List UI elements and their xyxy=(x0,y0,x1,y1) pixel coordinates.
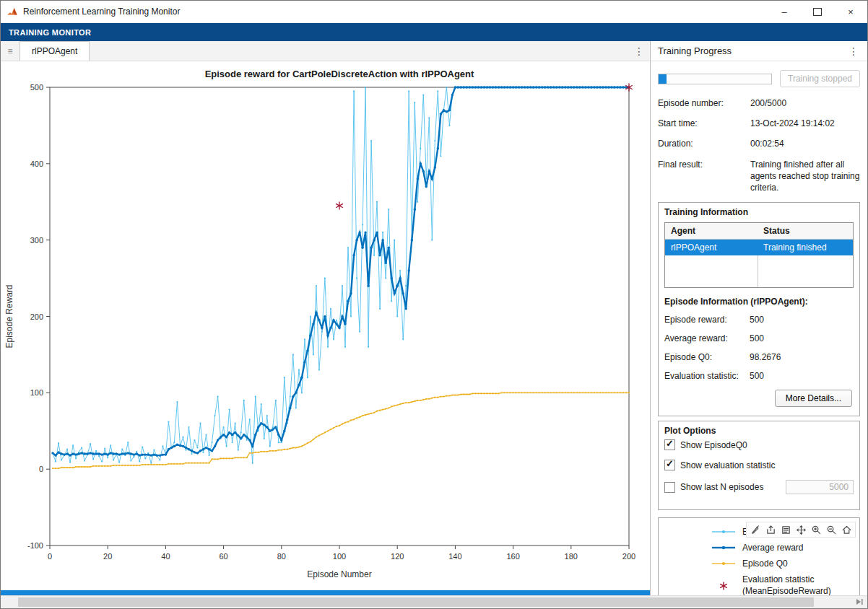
ribbon-tab-training-monitor[interactable]: TRAINING MONITOR xyxy=(9,28,91,37)
ep-value: 500 xyxy=(750,371,764,381)
tab-rlppoagent[interactable]: rlPPOAgent xyxy=(19,41,90,61)
active-tab-indicator xyxy=(1,590,650,595)
brush-icon[interactable] xyxy=(748,523,763,536)
panel-content: Training stopped Episode number: 200/500… xyxy=(651,61,867,595)
x-axis-label: Episode Number xyxy=(307,569,371,579)
evaluation-statistic-row: Evaluation statistic: 500 xyxy=(664,371,854,381)
evaluation-asterisk-icon xyxy=(711,580,737,592)
scroll-end-icon[interactable] xyxy=(855,598,864,605)
show-evaluation-statistic-option[interactable]: Show evaluation statistic xyxy=(664,460,854,470)
axes-toolbar xyxy=(746,522,856,538)
horizontal-scrollbar[interactable] xyxy=(1,595,867,608)
close-button[interactable]: × xyxy=(834,1,867,22)
svg-text:40: 40 xyxy=(161,552,170,561)
svg-text:400: 400 xyxy=(30,159,43,168)
document-tabstrip: ≡ rlPPOAgent ⋮ xyxy=(1,41,650,61)
tab-grip-icon[interactable]: ≡ xyxy=(1,41,19,61)
table-header-row: Agent Status xyxy=(665,223,853,240)
datatips-icon[interactable] xyxy=(778,523,793,536)
svg-text:0: 0 xyxy=(48,552,52,561)
restore-view-icon[interactable] xyxy=(839,523,854,536)
window-title: Reinforcement Learning Training Monitor xyxy=(23,6,180,17)
progress-row: Training stopped xyxy=(658,70,860,87)
svg-text:180: 180 xyxy=(565,552,578,561)
field-value: 13-Oct-2024 19:14:02 xyxy=(750,118,860,129)
training-stopped-button: Training stopped xyxy=(780,70,860,87)
scrollbar-thumb[interactable] xyxy=(18,597,814,607)
field-value: 00:02:54 xyxy=(750,138,860,149)
legend-item-episode-q0: Episode Q0 xyxy=(711,558,859,569)
chart-title: Episode reward for CartPoleDiscreteActio… xyxy=(205,69,474,79)
svg-text:200: 200 xyxy=(622,552,635,561)
panel-title: Training Progress xyxy=(658,45,732,56)
pan-icon[interactable] xyxy=(794,523,808,536)
svg-text:120: 120 xyxy=(391,552,404,561)
legend-label: Evaluation statistic (MeanEpisodeReward) xyxy=(742,574,831,595)
legend-item-average-reward: Average reward xyxy=(711,543,859,553)
ep-label: Episode reward: xyxy=(664,315,750,325)
more-details-button[interactable]: More Details... xyxy=(775,390,852,407)
ribbon-bar: TRAINING MONITOR xyxy=(1,23,867,41)
episode-info-title: Episode Information (rlPPOAgent): xyxy=(664,297,854,307)
svg-text:-100: -100 xyxy=(27,541,43,550)
legend-item-evaluation-statistic: Evaluation statistic (MeanEpisodeReward) xyxy=(711,574,859,595)
checkbox-label: Show last N episodes xyxy=(680,482,763,492)
field-label: Start time: xyxy=(658,118,750,129)
field-episode-number: Episode number: 200/5000 xyxy=(658,97,860,109)
show-episodeq0-option[interactable]: Show EpisodeQ0 xyxy=(664,439,854,450)
export-icon[interactable] xyxy=(763,523,778,536)
agent-status-table: Agent Status rlPPOAgent Training finishe… xyxy=(664,222,854,288)
document-pane: ≡ rlPPOAgent ⋮ -100010020030040050002040… xyxy=(1,41,651,595)
ep-value: 98.2676 xyxy=(750,352,781,362)
training-information-group: Training Information Agent Status rlPPOA… xyxy=(658,202,860,416)
episode-reward-row: Episode reward: 500 xyxy=(664,315,854,325)
minimize-button[interactable]: – xyxy=(768,1,801,22)
svg-text:20: 20 xyxy=(103,552,112,561)
y-axis-label: Episode Reward xyxy=(4,284,14,348)
show-last-n-episodes-option[interactable]: Show last N episodes xyxy=(664,480,854,494)
progress-fill xyxy=(659,74,667,84)
ep-value: 500 xyxy=(750,315,764,325)
header-agent: Agent xyxy=(665,223,758,239)
show-evaluation-statistic-checkbox[interactable] xyxy=(664,460,675,470)
show-last-n-episodes-checkbox[interactable] xyxy=(664,482,675,493)
field-label: Duration: xyxy=(658,138,750,149)
plot-options-group: Plot Options Show EpisodeQ0 Show evaluat… xyxy=(658,421,860,510)
average-reward-swatch-icon xyxy=(711,544,737,551)
chart-svg: -100010020030040050002040608010012014016… xyxy=(1,61,650,590)
field-value: Training finished after all agents reach… xyxy=(750,159,860,194)
table-row[interactable]: rlPPOAgent Training finished xyxy=(665,240,853,255)
panel-header: Training Progress ⋮ xyxy=(651,41,867,61)
maximize-button[interactable] xyxy=(801,1,834,22)
panel-overflow-menu-icon[interactable]: ⋮ xyxy=(843,45,864,57)
ep-label: Average reward: xyxy=(664,333,750,343)
maximize-icon xyxy=(813,8,822,16)
main-area: ≡ rlPPOAgent ⋮ -100010020030040050002040… xyxy=(1,41,867,595)
svg-text:160: 160 xyxy=(506,552,519,561)
group-title: Plot Options xyxy=(659,421,859,439)
cell-status: Training finished xyxy=(758,240,853,255)
svg-text:300: 300 xyxy=(30,236,43,245)
zoom-in-icon[interactable] xyxy=(809,523,823,536)
window-controls: – × xyxy=(768,1,867,22)
ep-label: Episode Q0: xyxy=(664,352,750,362)
matlab-logo-icon xyxy=(6,6,18,17)
tab-overflow-menu-icon[interactable]: ⋮ xyxy=(628,41,650,61)
zoom-out-icon[interactable] xyxy=(824,523,838,536)
svg-text:140: 140 xyxy=(448,552,461,561)
field-duration: Duration: 00:02:54 xyxy=(658,138,860,149)
svg-text:200: 200 xyxy=(30,312,43,321)
svg-text:60: 60 xyxy=(219,552,227,561)
ep-label: Evaluation statistic: xyxy=(664,371,750,381)
field-label: Final result: xyxy=(658,159,750,194)
average-reward-row: Average reward: 500 xyxy=(664,333,854,343)
svg-text:500: 500 xyxy=(30,83,43,92)
svg-text:100: 100 xyxy=(333,552,346,561)
reward-chart[interactable]: -100010020030040050002040608010012014016… xyxy=(1,61,650,590)
ep-value: 500 xyxy=(750,333,764,343)
title-bar: Reinforcement Learning Training Monitor … xyxy=(1,1,867,23)
show-episodeq0-checkbox[interactable] xyxy=(664,439,675,450)
field-value: 200/5000 xyxy=(750,97,860,109)
last-n-episodes-input[interactable] xyxy=(786,480,854,494)
checkbox-label: Show evaluation statistic xyxy=(680,460,775,470)
